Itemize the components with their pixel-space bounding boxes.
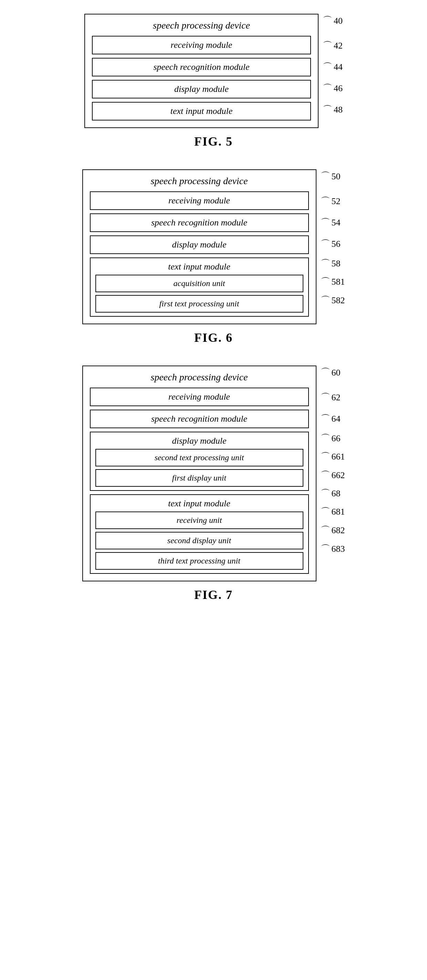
fig7-device-box: speech processing device receiving modul… bbox=[82, 366, 317, 581]
fig6-submodule-first-text-processing: first text processing unit bbox=[96, 295, 303, 313]
figure-7-diagram: speech processing device receiving modul… bbox=[21, 366, 406, 581]
fig5-label-40: ⌒ 40 bbox=[323, 14, 343, 35]
fig6-module-text-input-title: text input module bbox=[96, 262, 303, 272]
fig5-label-44: ⌒ 44 bbox=[323, 56, 343, 78]
fig7-submodule-receiving-unit: receiving unit bbox=[96, 512, 303, 529]
fig6-label-58: ⌒ 58 bbox=[320, 255, 345, 273]
fig6-labels: ⌒ 50 ⌒ 52 ⌒ 54 ⌒ 56 ⌒ 58 ⌒ 581 bbox=[317, 169, 345, 310]
figure-7-section: speech processing device receiving modul… bbox=[21, 366, 406, 602]
fig6-label-54: ⌒ 54 bbox=[320, 212, 345, 233]
fig7-submodule-second-display: second display unit bbox=[96, 532, 303, 549]
fig7-label-60: ⌒ 60 bbox=[320, 366, 345, 387]
fig5-label-42: ⌒ 42 bbox=[323, 35, 343, 56]
fig7-module-speech-recognition: speech recognition module bbox=[90, 410, 309, 428]
fig5-label-46: ⌒ 46 bbox=[323, 78, 343, 99]
fig5-module-display: display module bbox=[92, 80, 311, 99]
fig6-device-box: speech processing device receiving modul… bbox=[82, 169, 317, 324]
fig7-labels: ⌒ 60 ⌒ 62 ⌒ 64 ⌒ 66 ⌒ 661 ⌒ 662 bbox=[317, 366, 345, 558]
fig5-device-title: speech processing device bbox=[92, 20, 311, 31]
fig6-module-receiving: receiving module bbox=[90, 191, 309, 210]
fig6-device-title: speech processing device bbox=[90, 175, 309, 186]
fig6-label-56: ⌒ 56 bbox=[320, 233, 345, 255]
fig6-label-52: ⌒ 52 bbox=[320, 191, 345, 212]
fig7-label-683: ⌒ 683 bbox=[320, 540, 345, 558]
fig7-module-text-input-title: text input module bbox=[96, 498, 303, 509]
figure-6-section: speech processing device receiving modul… bbox=[21, 169, 406, 345]
fig7-label-662: ⌒ 662 bbox=[320, 466, 345, 485]
fig7-module-text-input-container: text input module receiving unit second … bbox=[90, 494, 309, 574]
fig7-submodule-third-text-processing: third text processing unit bbox=[96, 552, 303, 570]
fig5-caption: FIG. 5 bbox=[194, 134, 233, 149]
figure-5-diagram: speech processing device receiving modul… bbox=[21, 14, 406, 128]
fig5-device-box: speech processing device receiving modul… bbox=[84, 14, 319, 128]
fig7-label-661: ⌒ 661 bbox=[320, 447, 345, 466]
fig7-label-682: ⌒ 682 bbox=[320, 521, 345, 540]
fig7-module-display-container: display module second text processing un… bbox=[90, 432, 309, 491]
fig6-label-581: ⌒ 581 bbox=[320, 273, 345, 291]
fig7-label-64: ⌒ 64 bbox=[320, 408, 345, 430]
fig7-module-display-title: display module bbox=[96, 436, 303, 446]
figure-5-section: speech processing device receiving modul… bbox=[21, 14, 406, 149]
fig5-module-receiving: receiving module bbox=[92, 36, 311, 54]
fig7-caption: FIG. 7 bbox=[194, 588, 233, 602]
fig7-label-66: ⌒ 66 bbox=[320, 430, 345, 447]
fig7-label-62: ⌒ 62 bbox=[320, 387, 345, 408]
fig7-submodule-first-display: first display unit bbox=[96, 469, 303, 487]
fig7-label-681: ⌒ 681 bbox=[320, 503, 345, 521]
fig7-label-68: ⌒ 68 bbox=[320, 485, 345, 503]
fig7-module-receiving: receiving module bbox=[90, 388, 309, 406]
fig6-submodule-acquisition: acquisition unit bbox=[96, 275, 303, 292]
fig6-module-text-input-container: text input module acquisition unit first… bbox=[90, 258, 309, 317]
fig6-label-582: ⌒ 582 bbox=[320, 291, 345, 310]
fig7-submodule-second-text-processing: second text processing unit bbox=[96, 449, 303, 466]
fig7-device-title: speech processing device bbox=[90, 372, 309, 383]
fig6-module-display: display module bbox=[90, 235, 309, 254]
fig5-module-text-input: text input module bbox=[92, 102, 311, 121]
fig6-module-speech-recognition: speech recognition module bbox=[90, 213, 309, 232]
fig6-caption: FIG. 6 bbox=[194, 331, 233, 345]
fig5-labels: ⌒ 40 ⌒ 42 ⌒ 44 ⌒ 46 ⌒ 48 bbox=[319, 14, 343, 121]
fig5-module-speech-recognition: speech recognition module bbox=[92, 58, 311, 76]
fig5-label-48: ⌒ 48 bbox=[323, 99, 343, 121]
figure-6-diagram: speech processing device receiving modul… bbox=[21, 169, 406, 324]
fig6-label-50: ⌒ 50 bbox=[320, 169, 345, 191]
